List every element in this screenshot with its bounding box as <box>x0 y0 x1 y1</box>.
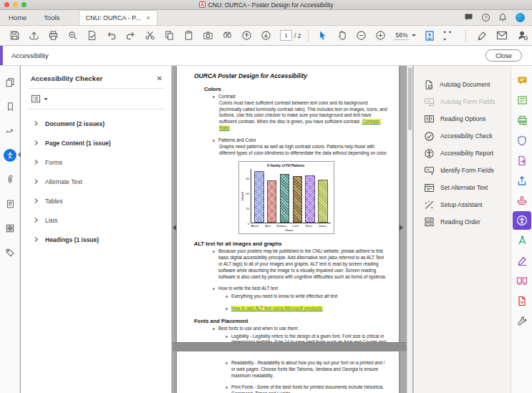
standards-check-icon[interactable] <box>87 30 98 42</box>
notifications-comment-icon[interactable] <box>464 13 473 21</box>
page-scrolling-icon[interactable] <box>424 30 435 42</box>
zoom-level-value: 56% <box>394 31 409 40</box>
tool-reading-order[interactable]: Reading Order <box>414 213 511 231</box>
find-multiple-icon[interactable] <box>222 30 233 42</box>
chart-x-tick: Alice <box>261 224 275 228</box>
previous-view-icon[interactable] <box>241 30 253 42</box>
tool-accessibility-report[interactable]: Accessibility Report <box>414 145 511 162</box>
save-icon[interactable] <box>9 30 21 42</box>
titlebar: CNU: OURCA - Poster Design for Accessibi… <box>0 0 532 10</box>
tree-item-alternate-text[interactable]: Alternate Text <box>21 172 171 191</box>
model-tree-icon[interactable] <box>0 218 20 239</box>
search-icon[interactable] <box>67 30 79 42</box>
tab-tools[interactable]: Tools <box>35 9 68 25</box>
tab-home[interactable]: Home <box>0 9 35 25</box>
print-icon[interactable] <box>48 30 59 42</box>
next-view-icon[interactable] <box>261 30 272 42</box>
send-mail-icon[interactable] <box>496 30 508 42</box>
chart-bar-carol <box>293 176 303 223</box>
snapshot-icon[interactable] <box>203 30 214 42</box>
tool-setup-assistant[interactable]: Setup Assistant <box>414 196 511 213</box>
acrobat-logo-icon <box>199 1 205 8</box>
scrollbar-thumb[interactable] <box>408 67 412 130</box>
page-number-input[interactable] <box>280 30 292 41</box>
print-production-icon[interactable] <box>511 110 532 130</box>
paste-icon[interactable] <box>183 30 195 42</box>
tree-item-document[interactable]: Document (2 issues) <box>21 114 171 133</box>
collapse-right-panel-handle[interactable] <box>400 225 403 231</box>
share-file-icon[interactable] <box>29 30 40 42</box>
pdf-page-1: OURCA Poster Design for Accessibility Co… <box>177 66 399 342</box>
help-icon[interactable]: ? <box>482 14 490 21</box>
redo-icon[interactable] <box>125 30 137 42</box>
accessibility-selected-circle <box>4 149 16 162</box>
document-area[interactable]: OURCA Poster Design for Accessibility Co… <box>173 66 412 393</box>
document-scrollbar[interactable] <box>407 66 412 393</box>
tree-item-lists[interactable]: Lists <box>21 210 171 230</box>
comment-icon[interactable] <box>511 70 532 90</box>
tab-bar: Home Tools CNU: OURCA - P... × ? <box>0 10 532 26</box>
zoom-out-icon[interactable] <box>356 30 367 42</box>
fill-and-sign-icon[interactable] <box>511 251 532 271</box>
doc-item-best-fonts: Best fonts to use and when to use them: <box>194 326 389 332</box>
select-tool-icon[interactable] <box>317 30 329 42</box>
attachments-icon[interactable] <box>0 169 20 190</box>
doc-item-print-fonts: Print Fonts - Some of the best fonts for… <box>194 384 389 393</box>
tool-set-alternate-text[interactable]: Set Alternate Text <box>414 179 511 196</box>
tool-identify-form-fields[interactable]: Identify Form Fields <box>414 162 511 179</box>
tags-icon[interactable] <box>0 242 20 263</box>
tool-accessibility-check[interactable]: Accessibility Check <box>414 127 511 145</box>
bookmarks-icon[interactable] <box>0 96 20 117</box>
create-pdf-icon[interactable] <box>511 291 532 311</box>
accessibility-panel-icon[interactable] <box>0 145 20 166</box>
collapse-left-panel-handle[interactable] <box>173 225 176 231</box>
destinations-icon[interactable] <box>0 120 20 142</box>
doc-heading-fonts: Fonts and Placement <box>194 318 389 324</box>
share-icon[interactable] <box>511 170 532 190</box>
protect-shield-icon[interactable] <box>511 130 532 150</box>
content-icon[interactable] <box>0 193 20 215</box>
tool-autotag-document[interactable]: Autotag Document <box>414 76 511 93</box>
doc-paragraph-alt-text: Because your posters may be published to… <box>194 248 389 280</box>
close-accessibility-button[interactable]: Close <box>485 49 522 62</box>
more-tools-wrench-icon[interactable] <box>511 311 532 331</box>
tree-item-forms[interactable]: Forms <box>21 152 171 172</box>
scan-ocr-icon[interactable] <box>511 90 532 110</box>
copy-icon[interactable] <box>164 30 175 42</box>
alt-text-link[interactable]: How to add ALT text using Microsoft prod… <box>231 306 323 311</box>
export-pdf-icon[interactable] <box>511 150 532 170</box>
accessibility-tool-selected[interactable] <box>511 210 532 231</box>
chart-plot <box>251 169 331 223</box>
share-people-icon[interactable] <box>517 30 528 42</box>
tool-reading-options[interactable]: Reading Options <box>414 110 511 127</box>
bell-icon[interactable] <box>498 13 507 22</box>
hand-tool-icon[interactable] <box>337 30 348 42</box>
left-nav-strip <box>0 66 20 393</box>
more-tools-ellipsis[interactable]: • • • <box>443 29 456 43</box>
page-thumbnails-icon[interactable] <box>0 72 20 93</box>
tab-close-icon[interactable]: × <box>146 14 150 21</box>
checker-close-icon[interactable]: ✕ <box>157 74 163 82</box>
doc-item-how-to-alt: How to write the best ALT text <box>194 286 389 292</box>
tree-item-tables[interactable]: Tables <box>21 191 171 210</box>
cut-icon[interactable] <box>145 30 156 42</box>
chart-bar-alfred <box>254 171 264 223</box>
user-avatar[interactable] <box>516 13 525 22</box>
pdf-page-2: Readability - Readability is about how y… <box>177 351 399 393</box>
zoom-level-dropdown[interactable]: 56% <box>394 31 416 40</box>
organize-pages-icon[interactable] <box>511 271 532 291</box>
tree-item-headings[interactable]: Headings (1 issue) <box>21 230 171 249</box>
chart-x-axis-label: Name <box>241 228 331 232</box>
fill-sign-pen-icon[interactable] <box>476 30 488 42</box>
checker-title: Accessibility Checker <box>31 74 102 82</box>
measure-icon[interactable] <box>511 231 532 251</box>
zoom-in-icon[interactable] <box>375 30 387 42</box>
undo-icon[interactable] <box>106 30 117 42</box>
doc-heading-colors: Colors <box>204 86 389 92</box>
tab-document[interactable]: CNU: OURCA - P... × <box>79 10 158 25</box>
checker-options-button[interactable] <box>21 89 171 109</box>
tree-item-page-content[interactable]: Page Content (1 issue) <box>21 133 171 152</box>
chart-title: A Variety of Fill Patterns <box>241 164 331 168</box>
doc-heading-alt-text: ALT text for all images and graphs <box>194 241 389 247</box>
stamp-icon[interactable] <box>511 190 532 210</box>
